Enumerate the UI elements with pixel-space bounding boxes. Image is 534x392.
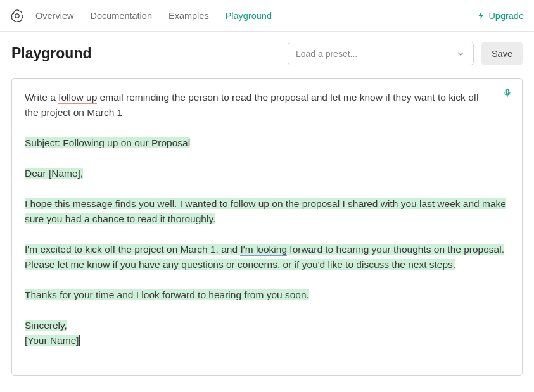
preset-select[interactable]: Load a preset... — [288, 42, 474, 65]
lightning-icon — [477, 11, 485, 20]
nav-links: Overview Documentation Examples Playgrou… — [35, 11, 477, 21]
nav-playground[interactable]: Playground — [226, 11, 272, 21]
grammar-underline: I'm looking — [240, 244, 287, 256]
upgrade-label: Upgrade — [488, 11, 524, 21]
nav-examples[interactable]: Examples — [168, 11, 209, 21]
upgrade-link[interactable]: Upgrade — [477, 11, 524, 21]
preset-placeholder: Load a preset... — [296, 49, 357, 59]
main-content: Write a follow up email reminding the pe… — [0, 78, 534, 376]
spell-underline: follow up — [58, 92, 97, 104]
header-bar: Playground Load a preset... Save — [0, 32, 534, 78]
openai-logo-icon[interactable] — [10, 9, 24, 23]
page-title: Playground — [11, 45, 280, 62]
microphone-icon[interactable] — [503, 89, 512, 98]
top-nav: Overview Documentation Examples Playgrou… — [0, 0, 534, 32]
editor-box[interactable]: Write a follow up email reminding the pe… — [11, 78, 523, 376]
completion-text: Subject: Following up on our Proposal De… — [25, 136, 509, 348]
nav-overview[interactable]: Overview — [35, 11, 73, 21]
prompt-text: Write a follow up email reminding the pe… — [25, 90, 509, 120]
save-button[interactable]: Save — [481, 42, 523, 65]
svg-point-0 — [15, 13, 19, 17]
chevron-down-icon — [455, 49, 466, 59]
nav-documentation[interactable]: Documentation — [90, 11, 152, 21]
svg-rect-1 — [506, 89, 509, 94]
